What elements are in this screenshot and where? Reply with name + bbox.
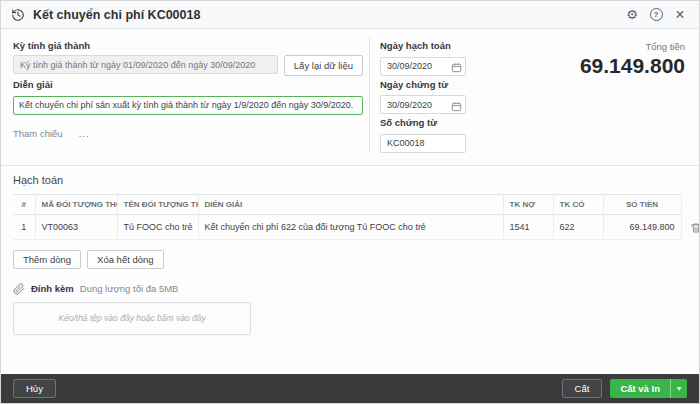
trash-icon [690,222,700,234]
cell-credit[interactable]: 622 [553,214,603,239]
table-header-row: # MÃ ĐỐI TƯỢNG THCP TÊN ĐỐI TƯỢNG THCP D… [13,194,681,214]
accounting-title: Hạch toán [13,174,687,186]
save-button[interactable]: Cất [562,379,603,398]
cell-description[interactable]: Kết chuyển chi phí 622 của đối tượng Tủ … [198,214,503,239]
col-description: DIỄN GIẢI [198,194,503,214]
cell-code[interactable]: VT00063 [35,214,117,239]
save-and-print-button[interactable]: Cất và In ▾ [610,379,687,398]
cell-index[interactable]: 1 [13,214,35,239]
col-index: # [13,194,35,214]
document-no-label: Số chứng từ [380,117,466,128]
posting-date-label: Ngày hạch toán [380,40,466,51]
attachment-dropzone[interactable]: Kéo/thả tệp vào đây hoặc bấm vào đây [13,302,251,335]
description-input[interactable] [13,96,363,115]
cell-debit[interactable]: 1541 [503,214,553,239]
cancel-button[interactable]: Hủy [13,379,56,398]
close-icon[interactable]: × [671,6,689,24]
add-row-button[interactable]: Thêm dòng [13,250,81,269]
attachment-section: Đính kèm Dung lượng tối đa 5MB Kéo/thả t… [1,269,699,335]
description-label: Diễn giải [13,79,363,90]
col-code: MÃ ĐỐI TƯỢNG THCP [35,194,117,214]
page-title: Kết chuyển chi phí KC00018 [33,8,200,22]
attachment-hint: Dung lượng tối đa 5MB [80,283,179,294]
attachment-label: Đính kèm [31,283,74,294]
document-date-label: Ngày chứng từ [380,79,466,90]
cell-name[interactable]: Tủ FOOC cho trẻ [117,214,198,239]
header-form: Kỳ tính giá thành Lấy lại dữ liệu Diễn g… [1,29,699,165]
gear-icon[interactable]: ⚙ [623,6,641,24]
col-credit: TK CÓ [553,194,603,214]
table-row[interactable]: 1 VT00063 Tủ FOOC cho trẻ Kết chuyển chi… [13,214,681,239]
total-label: Tổng tiền [466,41,685,52]
dialog-ket-chuyen-chi-phi: Kết chuyển chi phí KC00018 ⚙ ? × Kỳ tính… [0,0,700,404]
paperclip-icon [13,283,25,295]
total-amount: 69.149.800 [466,54,685,78]
calendar-icon[interactable] [451,98,462,116]
chevron-down-icon[interactable]: ▾ [670,379,687,398]
col-debit: TK NỢ [503,194,553,214]
footer-bar: Hủy Cất Cất và In ▾ [1,374,699,403]
delete-row-button[interactable] [690,222,700,237]
col-amount: SỐ TIỀN [603,194,681,214]
calendar-icon[interactable] [451,59,462,77]
cell-amount[interactable]: 69.149.800 [603,214,681,239]
accounting-table: # MÃ ĐỐI TƯỢNG THCP TÊN ĐỐI TƯỢNG THCP D… [13,194,682,240]
titlebar: Kết chuyển chi phí KC00018 ⚙ ? × [1,1,699,29]
help-icon[interactable]: ? [647,6,665,24]
history-icon [11,8,25,22]
period-input [13,55,278,74]
col-name: TÊN ĐỐI TƯỢNG THCP [117,194,198,214]
accounting-section: Hạch toán # MÃ ĐỐI TƯỢNG THCP TÊN ĐỐI TƯ… [1,165,699,269]
period-label: Kỳ tính giá thành [13,40,363,51]
reference-label: Tham chiếu [13,128,63,139]
delete-all-rows-button[interactable]: Xóa hết dòng [87,250,164,269]
document-no-input[interactable] [380,134,466,153]
reload-data-button[interactable]: Lấy lại dữ liệu [284,55,363,76]
reference-more-button[interactable]: ... [79,128,90,139]
